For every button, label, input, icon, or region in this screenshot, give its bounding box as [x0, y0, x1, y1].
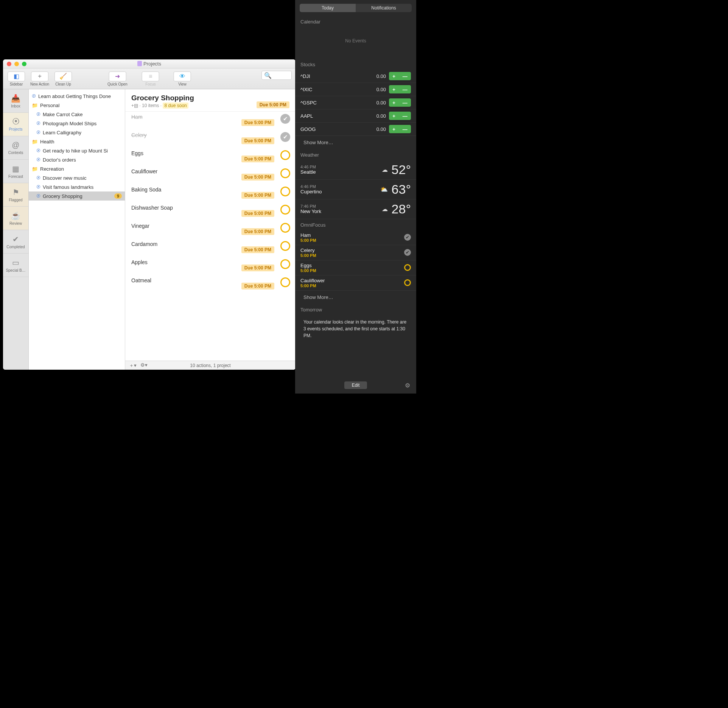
tab-projects[interactable]: ⦿Projects — [3, 113, 28, 136]
folder-icon: 📁 — [32, 166, 38, 172]
tab-today[interactable]: Today — [300, 4, 356, 12]
gear-menu-button[interactable]: ⚙▾ — [140, 362, 148, 369]
stock-row[interactable]: ^IXIC0.00+— — [295, 83, 416, 96]
omnifocus-item[interactable]: Celery5:00 PM✔ — [295, 245, 416, 260]
of-item-name: Eggs — [300, 263, 411, 268]
project-row[interactable]: ⦿Photograph Model Ships — [29, 119, 125, 128]
review-icon: ☕ — [11, 211, 20, 220]
of-item-name: Ham — [300, 232, 411, 238]
tab-forecast[interactable]: ▦Forecast — [3, 160, 28, 183]
tab-label: Review — [9, 221, 22, 226]
task-row[interactable]: VinegarDue 5:00 PM — [125, 221, 296, 239]
tree-label: Photograph Model Ships — [43, 121, 96, 126]
clean-up-button[interactable]: 🧹Clean Up — [53, 71, 73, 87]
folder-row[interactable]: 📁Personal — [29, 101, 125, 110]
project-row[interactable]: ⦿Grocery Shopping9 — [29, 191, 125, 201]
focus-button[interactable]: ≡Focus — [140, 71, 161, 87]
task-row[interactable]: CauliflowerDue 5:00 PM — [125, 166, 296, 184]
tab-inbox[interactable]: 📥Inbox — [3, 89, 28, 113]
search-input[interactable]: 🔍 — [261, 71, 292, 80]
omnifocus-item[interactable]: Eggs5:00 PM — [295, 260, 416, 275]
new-action-button[interactable]: ＋New Action — [29, 71, 51, 87]
checkbox-checked-icon[interactable]: ✔ — [404, 234, 411, 241]
tab-review[interactable]: ☕Review — [3, 207, 28, 230]
tab-notifications[interactable]: Notifications — [356, 4, 412, 12]
checkbox-icon[interactable] — [280, 168, 290, 178]
window-title: Projects — [3, 61, 296, 67]
project-row[interactable]: ⦿Visit famous landmarks — [29, 182, 125, 191]
checkbox-icon[interactable] — [404, 279, 411, 286]
gear-icon[interactable]: ⚙ — [405, 382, 410, 389]
checkbox-icon[interactable] — [280, 205, 290, 215]
checkbox-checked-icon[interactable]: ✔ — [280, 114, 290, 124]
contexts-icon: @ — [12, 141, 19, 149]
stock-row[interactable]: ^DJI0.00+— — [295, 70, 416, 83]
folder-row[interactable]: 📁Health — [29, 137, 125, 146]
task-row[interactable]: HamDue 5:00 PM✔ — [125, 112, 296, 130]
weather-row[interactable]: 4:46 PMCupertino⛅63° — [295, 180, 416, 199]
task-row[interactable]: CeleryDue 5:00 PM✔ — [125, 130, 296, 148]
omnifocus-item[interactable]: Cauliflower5:00 PM — [295, 275, 416, 291]
weather-icon: ☁ — [382, 166, 388, 173]
stock-value: 0.00 — [376, 100, 386, 106]
task-row[interactable]: EggsDue 5:00 PM — [125, 148, 296, 166]
tree-label: Grocery Shopping — [43, 193, 82, 199]
omnifocus-item[interactable]: Ham5:00 PM✔ — [295, 230, 416, 245]
task-row[interactable]: Baking SodaDue 5:00 PM — [125, 184, 296, 202]
omnifocus-show-more[interactable]: Show More… — [295, 291, 416, 304]
main-content: Grocery Shopping +▤ · 10 items · 8 due s… — [125, 89, 296, 370]
checkbox-icon[interactable] — [280, 187, 290, 196]
checkbox-checked-icon[interactable]: ✔ — [404, 249, 411, 256]
quick-open-button[interactable]: ➜Quick Open — [106, 71, 129, 87]
view-button[interactable]: 👁View — [172, 71, 193, 87]
weather-row[interactable]: 4:46 PMSeattle☁52° — [295, 160, 416, 180]
checkbox-checked-icon[interactable]: ✔ — [280, 132, 290, 142]
task-row[interactable]: CardamomDue 5:00 PM — [125, 239, 296, 257]
project-row[interactable]: ⦿Discover new music — [29, 173, 125, 182]
weather-row[interactable]: 7:46 PMNew York☁28° — [295, 199, 416, 219]
edit-button[interactable]: Edit — [344, 381, 367, 389]
project-icon: ⦿ — [32, 94, 36, 98]
checkbox-icon[interactable] — [280, 277, 290, 287]
folder-icon: 📁 — [32, 139, 38, 145]
checkbox-icon[interactable] — [280, 223, 290, 233]
project-row[interactable]: ⦿Learn about Getting Things Done — [29, 92, 125, 101]
checkbox-icon[interactable] — [280, 241, 290, 251]
weather-temp: 63° — [392, 182, 411, 197]
folder-icon: 📁 — [32, 103, 38, 108]
due-badge: Due 5:00 PM — [241, 210, 274, 217]
stock-row[interactable]: AAPL0.00+— — [295, 109, 416, 123]
task-row[interactable]: OatmealDue 5:00 PM — [125, 275, 296, 293]
tree-label: Learn Calligraphy — [43, 130, 81, 135]
checkbox-icon[interactable] — [404, 264, 411, 271]
task-row[interactable]: ApplesDue 5:00 PM — [125, 257, 296, 275]
sidebar-button[interactable]: ◧Sidebar — [6, 71, 26, 87]
due-badge: Due 5:00 PM — [241, 192, 274, 199]
tab-contexts[interactable]: @Contexts — [3, 136, 28, 160]
tree-label: Make Carrot Cake — [43, 112, 82, 117]
weather-temp: 28° — [392, 202, 411, 216]
of-item-time: 5:00 PM — [300, 283, 411, 288]
project-row[interactable]: ⦿Make Carrot Cake — [29, 110, 125, 119]
project-icon: ⦿ — [36, 176, 40, 180]
task-row[interactable]: Dishwasher SoapDue 5:00 PM — [125, 202, 296, 221]
stock-symbol: AAPL — [300, 113, 376, 119]
tomorrow-text: Your calendar looks clear in the morning… — [295, 315, 416, 350]
weather-icon: ⛅ — [380, 186, 388, 193]
stock-row[interactable]: ^GSPC0.00+— — [295, 96, 416, 109]
folder-row[interactable]: 📁Recreation — [29, 164, 125, 173]
project-row[interactable]: ⦿Get ready to hike up Mount Si — [29, 146, 125, 155]
stocks-show-more[interactable]: Show More… — [295, 136, 416, 149]
stock-row[interactable]: GOOG0.00+— — [295, 123, 416, 136]
tab-completed[interactable]: ✔Completed — [3, 230, 28, 254]
tab-flagged[interactable]: ⚑Flagged — [3, 183, 28, 207]
tab-label: Completed — [6, 245, 25, 249]
tab-special[interactable]: ▭Special B… — [3, 254, 28, 277]
project-row[interactable]: ⦿Learn Calligraphy — [29, 128, 125, 137]
project-title: Grocery Shopping — [131, 94, 289, 102]
project-row[interactable]: ⦿Doctor's orders — [29, 155, 125, 164]
checkbox-icon[interactable] — [280, 259, 290, 269]
add-menu-button[interactable]: ＋▾ — [129, 362, 137, 369]
checkbox-icon[interactable] — [280, 150, 290, 160]
broom-icon: 🧹 — [59, 73, 67, 80]
